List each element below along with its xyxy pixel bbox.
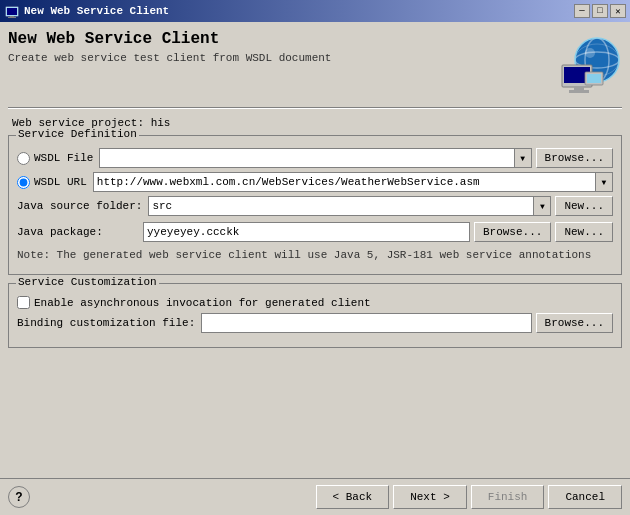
window-icon xyxy=(4,3,20,19)
restore-button[interactable]: □ xyxy=(592,4,608,18)
binding-label: Binding customization file: xyxy=(17,317,195,329)
wsdl-file-browse-button[interactable]: Browse... xyxy=(536,148,613,168)
wsdl-url-input[interactable] xyxy=(93,172,595,192)
java-source-dropdown-arrow[interactable]: ▼ xyxy=(533,196,551,216)
minimize-button[interactable]: ─ xyxy=(574,4,590,18)
svg-rect-1 xyxy=(7,8,17,15)
wsdl-file-radio[interactable] xyxy=(17,152,30,165)
button-bar: ? < Back Next > Finish Cancel xyxy=(0,478,630,515)
java-package-browse-button[interactable]: Browse... xyxy=(474,222,551,242)
wsdl-url-row: WSDL URL ▼ xyxy=(17,172,613,192)
java-package-row: Java package: Browse... New... xyxy=(17,222,613,242)
dialog-subtitle: Create web service test client from WSDL… xyxy=(8,52,557,64)
svg-rect-15 xyxy=(587,74,601,83)
svg-point-9 xyxy=(585,48,595,58)
next-button[interactable]: Next > xyxy=(393,485,467,509)
wsdl-url-label[interactable]: WSDL URL xyxy=(34,176,87,188)
async-checkbox-label[interactable]: Enable asynchronous invocation for gener… xyxy=(34,297,371,309)
window-controls: ─ □ ✕ xyxy=(574,4,626,18)
project-value: his xyxy=(151,117,171,129)
title-bar: New Web Service Client ─ □ ✕ xyxy=(0,0,630,22)
dialog-header: New Web Service Client Create web servic… xyxy=(8,30,622,95)
binding-file-row: Binding customization file: Browse... xyxy=(17,313,613,333)
async-checkbox[interactable] xyxy=(17,296,30,309)
dialog-content: New Web Service Client Create web servic… xyxy=(0,22,630,478)
wsdl-file-label[interactable]: WSDL File xyxy=(34,152,93,164)
async-checkbox-row: Enable asynchronous invocation for gener… xyxy=(17,296,613,309)
window-title: New Web Service Client xyxy=(24,5,574,17)
dialog-title: New Web Service Client xyxy=(8,30,557,48)
java-source-input-wrapper: ▼ xyxy=(148,196,551,216)
note-text: Note: The generated web service client w… xyxy=(17,248,613,262)
binding-browse-button[interactable]: Browse... xyxy=(536,313,613,333)
wsdl-url-dropdown-arrow[interactable]: ▼ xyxy=(595,172,613,192)
service-customization-group: Service Customization Enable asynchronou… xyxy=(8,283,622,348)
back-button[interactable]: < Back xyxy=(316,485,390,509)
java-source-label: Java source folder: xyxy=(17,200,142,212)
wsdl-file-dropdown-arrow[interactable]: ▼ xyxy=(514,148,532,168)
java-source-input[interactable] xyxy=(148,196,533,216)
java-package-input[interactable] xyxy=(143,222,470,242)
service-definition-group: Service Definition WSDL File ▼ Browse...… xyxy=(8,135,622,275)
java-package-new-button[interactable]: New... xyxy=(555,222,613,242)
java-source-new-button[interactable]: New... xyxy=(555,196,613,216)
header-separator xyxy=(8,107,622,109)
service-definition-title: Service Definition xyxy=(16,128,139,140)
finish-button[interactable]: Finish xyxy=(471,485,545,509)
wsdl-file-input-wrapper: ▼ xyxy=(99,148,531,168)
close-button[interactable]: ✕ xyxy=(610,4,626,18)
service-customization-border: Service Customization Enable asynchronou… xyxy=(8,283,622,348)
header-icon xyxy=(557,30,622,95)
svg-rect-3 xyxy=(8,17,16,18)
wsdl-url-input-wrapper: ▼ xyxy=(93,172,613,192)
wsdl-file-input[interactable] xyxy=(99,148,513,168)
binding-input[interactable] xyxy=(201,313,531,333)
wsdl-url-radio[interactable] xyxy=(17,176,30,189)
cancel-button[interactable]: Cancel xyxy=(548,485,622,509)
service-customization-title: Service Customization xyxy=(16,276,159,288)
svg-rect-13 xyxy=(569,90,589,93)
header-text: New Web Service Client Create web servic… xyxy=(8,30,557,64)
java-source-row: Java source folder: ▼ New... xyxy=(17,196,613,216)
service-definition-border: Service Definition WSDL File ▼ Browse...… xyxy=(8,135,622,275)
help-button[interactable]: ? xyxy=(8,486,30,508)
java-package-label: Java package: xyxy=(17,226,137,238)
wsdl-file-row: WSDL File ▼ Browse... xyxy=(17,148,613,168)
